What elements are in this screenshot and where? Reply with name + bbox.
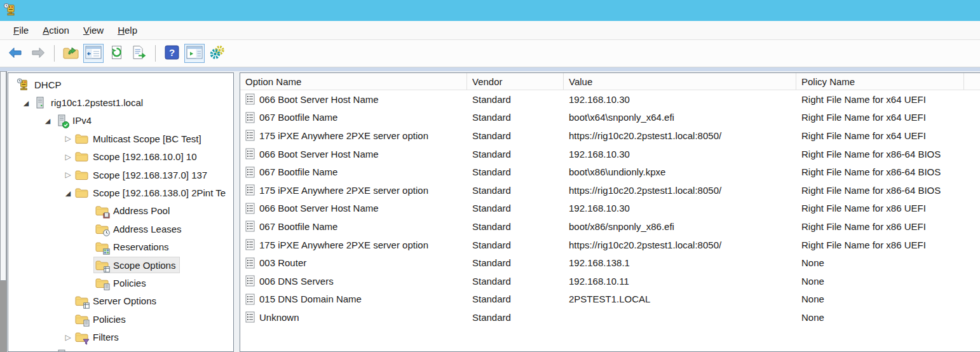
value-cell: 192.168.10.11 [564, 272, 796, 290]
table-row[interactable]: 175 iPXE Anywhere 2PXE server optionStan… [240, 181, 980, 200]
expand-collapsed-icon[interactable]: ▷ [63, 152, 73, 162]
menu-item-view[interactable]: View [76, 22, 111, 38]
tree-item-address-pool[interactable]: Address Pool [8, 202, 233, 220]
tree-item-content[interactable]: Address Leases [93, 220, 186, 237]
tree-item-label: Policies [113, 278, 146, 288]
policy-name-cell: Right File Name for x86 UEFI [796, 217, 964, 236]
expand-collapsed-icon[interactable]: ▷ [63, 133, 73, 144]
up-one-level-button[interactable] [60, 44, 81, 63]
menu-item-action[interactable]: Action [36, 22, 76, 38]
tree-item-content[interactable]: Reservations [93, 239, 174, 255]
tree-item-ipv4[interactable]: ◢IPv4 [8, 112, 233, 130]
tree-item-content[interactable]: IPv6 [53, 347, 96, 352]
option-name-cell: 175 iPXE Anywhere 2PXE server option [240, 181, 467, 200]
table-row[interactable]: 066 Boot Server Host NameStandard192.168… [240, 90, 980, 109]
forward-button[interactable] [28, 44, 48, 63]
expand-collapsed-icon[interactable]: ▷ [63, 332, 73, 342]
table-row[interactable]: UnknownStandardNone [240, 308, 980, 327]
tree-item-rig10c1-2pstest1-local[interactable]: ◢rig10c1.2pstest1.local [8, 93, 233, 111]
tree-item-content[interactable]: Scope [192.168.137.0] 137 [73, 166, 212, 183]
tree-item-filters[interactable]: ▷Filters [8, 328, 233, 346]
expand-expanded-icon[interactable]: ◢ [63, 188, 73, 198]
tree-item-content[interactable]: Policies [93, 274, 151, 291]
tree-item-server-options[interactable]: Server Options [8, 292, 233, 310]
dhcp-console-window: FileActionViewHelp ? DHCP◢rig10c1.2pstes… [0, 0, 980, 352]
tree-item-content[interactable]: Scope [192.168.138.0] 2Pint Te [73, 185, 230, 201]
table-row[interactable]: 003 RouterStandard192.168.138.1None [240, 254, 980, 272]
table-row[interactable]: 006 DNS ServersStandard192.168.10.11None [240, 272, 980, 290]
tree-item-content[interactable]: Multicast Scope [BC Test] [73, 130, 206, 147]
expand-collapsed-icon[interactable]: ▷ [63, 170, 73, 180]
tree-item-policies[interactable]: Policies [8, 310, 233, 328]
vendor-cell: Standard [467, 90, 564, 109]
tree-item-policies[interactable]: Policies [8, 274, 233, 292]
table-row[interactable]: 175 iPXE Anywhere 2PXE server optionStan… [240, 126, 980, 145]
tree-item-address-leases[interactable]: Address Leases [8, 220, 233, 238]
row-spacer-cell [964, 126, 980, 145]
help-button[interactable]: ? [161, 44, 182, 63]
column-header-option-name[interactable]: Option Name [240, 73, 467, 90]
tree-item-content[interactable]: DHCP [15, 76, 66, 93]
tree-item-scope-192-168-10-0-10[interactable]: ▷Scope [192.168.10.0] 10 [8, 148, 233, 166]
server-check-icon [55, 349, 68, 352]
column-header-vendor[interactable]: Vendor [467, 73, 564, 90]
tree-item-content[interactable]: Scope Options [93, 257, 180, 273]
server-icon [33, 97, 46, 109]
back-arrow-icon [8, 45, 23, 62]
vendor-cell: Standard [467, 109, 564, 127]
export-list-button[interactable] [129, 44, 149, 63]
table-row[interactable]: 067 Bootfile NameStandardboot\x64\snponl… [240, 109, 980, 127]
table-row[interactable]: 066 Boot Server Host NameStandard192.168… [240, 145, 980, 163]
tree-item-content[interactable]: Server Options [73, 293, 161, 309]
tree-item-content[interactable]: Scope [192.168.10.0] 10 [73, 149, 201, 165]
option-name-text: 006 DNS Servers [259, 276, 334, 287]
show-console-tree-button[interactable] [83, 44, 104, 63]
tree-item-reservations[interactable]: Reservations [8, 238, 233, 256]
tree-item-scope-192-168-138-0-2pint-te[interactable]: ◢Scope [192.168.138.0] 2Pint Te [8, 184, 233, 201]
tree-item-content[interactable]: Address Pool [93, 203, 174, 219]
option-list-icon [245, 112, 255, 123]
tree-item-scope-192-168-137-0-137[interactable]: ▷Scope [192.168.137.0] 137 [8, 166, 233, 184]
tree-item-content[interactable]: Policies [73, 311, 130, 327]
option-name-cell: Unknown [240, 308, 467, 327]
tree-item-ipv6[interactable]: ▷IPv6 [8, 346, 233, 352]
table-row[interactable]: 175 iPXE Anywhere 2PXE server optionStan… [240, 236, 980, 254]
folder-icon [75, 132, 88, 145]
option-name-text: Unknown [259, 312, 299, 323]
value-cell: 192.168.10.30 [564, 200, 796, 218]
tree-item-dhcp[interactable]: DHCP [8, 76, 233, 93]
gears-button[interactable] [207, 44, 228, 63]
table-row[interactable]: 015 DNS Domain NameStandard2PSTEST1.LOCA… [240, 290, 980, 309]
tree-item-content[interactable]: rig10c1.2pstest1.local [31, 95, 147, 111]
option-name-text: 066 Boot Server Host Name [259, 94, 379, 105]
menu-item-file[interactable]: File [6, 22, 36, 38]
column-header-policy-name[interactable]: Policy Name [796, 73, 964, 90]
menu-item-help[interactable]: Help [111, 22, 144, 38]
row-spacer-cell [964, 308, 980, 327]
tree-item-scope-options[interactable]: Scope Options [8, 256, 233, 274]
scrollbar-thumb[interactable] [0, 71, 6, 281]
option-list-icon [245, 220, 255, 232]
server-check-icon [55, 114, 68, 127]
tree-item-content[interactable]: Filters [73, 329, 123, 346]
table-row[interactable]: 066 Boot Server Host NameStandard192.168… [240, 200, 980, 218]
tree-item-multicast-scope-bc-test[interactable]: ▷Multicast Scope [BC Test] [8, 130, 233, 147]
show-action-pane-button[interactable] [184, 44, 205, 63]
table-row[interactable]: 067 Bootfile NameStandardboot/x86/snponl… [240, 217, 980, 236]
back-button[interactable] [5, 44, 25, 63]
forward-arrow-icon [31, 45, 46, 62]
table-row[interactable]: 067 Bootfile NameStandardboot\x86\undion… [240, 163, 980, 181]
column-header-value[interactable]: Value [564, 73, 796, 90]
tree-item-label: Filters [93, 332, 119, 342]
value-cell: 192.168.10.30 [564, 145, 796, 163]
left-vertical-scrollbar[interactable] [0, 71, 7, 352]
tree-item-content[interactable]: IPv4 [53, 112, 96, 129]
refresh-button[interactable] [106, 44, 126, 63]
policy-name-cell: Right File Name for x86 UEFI [796, 236, 964, 254]
option-list-icon [245, 184, 255, 196]
option-name-cell: 067 Bootfile Name [240, 163, 467, 181]
row-spacer-cell [964, 163, 980, 181]
expand-expanded-icon[interactable]: ◢ [21, 98, 31, 108]
option-name-cell: 067 Bootfile Name [240, 217, 467, 236]
expand-expanded-icon[interactable]: ◢ [43, 116, 53, 126]
